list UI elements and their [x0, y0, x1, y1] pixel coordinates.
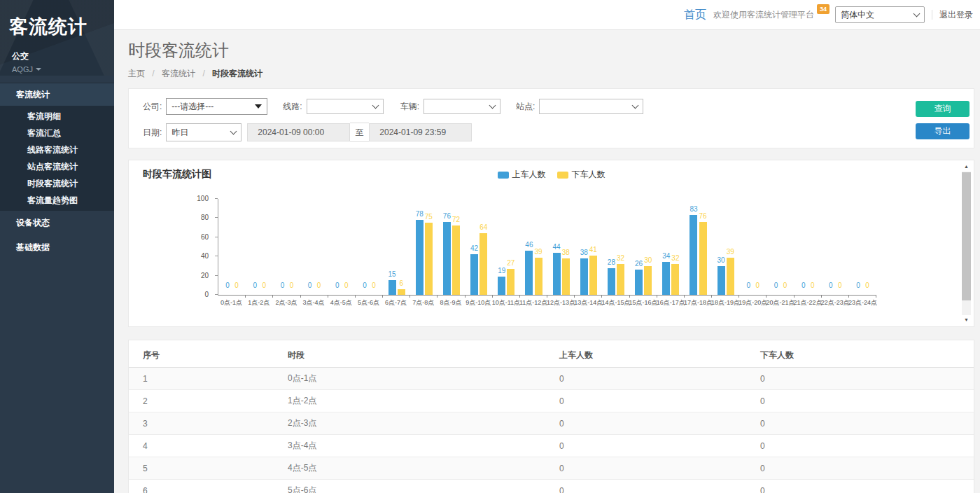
account-dropdown[interactable]: AQGJ — [0, 62, 114, 74]
welcome-text: 欢迎使用客流统计管理平台 — [713, 9, 814, 21]
station-select[interactable] — [539, 99, 643, 114]
chart-bar — [452, 225, 460, 295]
y-axis-tick — [215, 217, 218, 218]
sidebar-subitem[interactable]: 时段客流统计 — [0, 175, 114, 192]
legend-swatch — [557, 172, 568, 179]
x-axis-label: 3点-4点 — [300, 298, 328, 307]
logout-link[interactable]: 退出登录 — [939, 9, 973, 21]
table-row: 43点-4点00 — [129, 435, 974, 457]
chart-bar — [608, 268, 615, 295]
table-cell: 5点-6点 — [288, 480, 559, 493]
chart-value-label: 0 — [372, 282, 376, 289]
scroll-up-arrow-icon[interactable]: ▲ — [961, 162, 972, 171]
chart-bar — [718, 266, 725, 295]
chart-bar — [443, 222, 451, 295]
chart-value-label: 0 — [234, 282, 239, 289]
chart-value-label: 0 — [838, 282, 842, 289]
chevron-down-icon — [489, 102, 496, 109]
main-content: 时段客流统计 主页 / 客流统计 / 时段客流统计 公司: ---请选择--- … — [114, 31, 980, 493]
divider — [932, 10, 932, 20]
line-select[interactable] — [307, 99, 384, 114]
sidebar-subitem[interactable]: 站点客流统计 — [0, 158, 114, 175]
chart-value-label: 0 — [225, 282, 230, 289]
sidebar-subitem[interactable]: 客流明细 — [0, 108, 114, 125]
chart-bar — [662, 262, 670, 295]
table-cell: 0 — [559, 480, 760, 493]
chart-category: 7672 — [438, 199, 465, 295]
app-logo: 客流统计 — [0, 0, 114, 39]
chart-value-label: 75 — [425, 214, 433, 221]
language-select[interactable]: 简体中文 — [835, 6, 925, 23]
chart-bar — [470, 254, 478, 295]
scroll-down-arrow-icon[interactable]: ▼ — [961, 316, 972, 324]
chart-value-label: 64 — [479, 224, 487, 231]
chart-value-label: 39 — [727, 249, 734, 256]
x-axis-label: 9点-10点 — [465, 298, 492, 307]
chevron-down-icon — [36, 68, 41, 71]
sidebar-section-passenger-stats[interactable]: 客流统计 — [0, 83, 114, 106]
sidebar-item[interactable]: 基础数据 — [0, 235, 114, 260]
logo-block: 客流统计 公交 AQGJ — [0, 0, 114, 76]
chevron-down-icon — [913, 11, 920, 18]
scrollbar-track[interactable] — [962, 172, 971, 315]
table-cell: 0 — [559, 390, 760, 412]
table-cell: 2点-3点 — [288, 412, 559, 435]
search-button[interactable]: 查询 — [916, 101, 969, 117]
x-axis-label: 0点-1点 — [218, 298, 245, 307]
chart-bar — [562, 258, 570, 295]
chart-category: 3841 — [575, 199, 602, 295]
company-select[interactable]: ---请选择--- — [166, 98, 267, 115]
table-cell: 0 — [559, 412, 760, 435]
vehicle-select[interactable] — [424, 99, 500, 114]
x-axis-label: 20点-21点 — [766, 298, 793, 307]
chevron-down-icon — [372, 102, 379, 109]
chart-value-label: 6 — [399, 280, 403, 287]
date-preset-value: 昨日 — [172, 127, 188, 139]
sidebar-subitem[interactable]: 客流汇总 — [0, 125, 114, 141]
table-cell: 0 — [760, 390, 974, 412]
y-axis-label: 100 — [197, 195, 209, 202]
legend-item[interactable]: 上车人数 — [498, 169, 546, 181]
date-to-input[interactable] — [369, 123, 472, 141]
y-axis-tick — [215, 198, 218, 199]
header-boarding: 上车人数 — [559, 344, 760, 368]
chart-category: 4264 — [465, 199, 493, 295]
home-link[interactable]: 首页 — [684, 8, 706, 22]
chart-value-label: 42 — [470, 245, 478, 252]
breadcrumb-home[interactable]: 主页 — [128, 69, 145, 78]
chart-bar — [699, 222, 707, 295]
chart-category: 00 — [356, 199, 383, 295]
y-axis-tick — [215, 275, 218, 276]
chevron-down-icon — [230, 128, 237, 135]
breadcrumb-separator: / — [147, 69, 159, 78]
chart-value-label: 38 — [580, 249, 588, 256]
legend-item[interactable]: 下车人数 — [557, 169, 606, 181]
chart-value-label: 72 — [452, 216, 460, 223]
date-preset-select[interactable]: 昨日 — [166, 123, 241, 141]
bar-group: 46 — [525, 242, 533, 295]
bar-group: 38 — [580, 249, 588, 295]
chart-category: 00 — [849, 199, 876, 295]
table-cell: 0 — [559, 457, 760, 480]
chart-bar — [635, 270, 643, 295]
bar-group: 0 — [360, 282, 368, 295]
sidebar-subitem[interactable]: 客流量趋势图 — [0, 192, 114, 209]
export-button[interactable]: 导出 — [916, 123, 969, 139]
y-axis-label: 60 — [201, 234, 209, 241]
breadcrumb-passenger-stats[interactable]: 客流统计 — [162, 69, 195, 78]
chart-bar — [398, 289, 405, 295]
bar-group: 0 — [306, 282, 314, 295]
table-cell: 0 — [760, 435, 974, 457]
x-axis-label: 16点-17点 — [657, 298, 684, 307]
table-cell: 0 — [760, 368, 974, 390]
breadcrumb: 主页 / 客流统计 / 时段客流统计 — [114, 62, 980, 88]
sidebar-subitem[interactable]: 线路客流统计 — [0, 141, 114, 158]
scrollbar-thumb[interactable] — [962, 172, 971, 300]
sidebar-item[interactable]: 设备状态 — [0, 211, 114, 235]
date-from-input[interactable] — [247, 123, 350, 141]
header-index: 序号 — [129, 344, 288, 368]
bar-group: 6 — [398, 280, 405, 295]
y-axis-label: 80 — [201, 214, 209, 221]
line-label: 线路: — [283, 101, 302, 113]
table-row: 65点-6点00 — [129, 480, 974, 493]
